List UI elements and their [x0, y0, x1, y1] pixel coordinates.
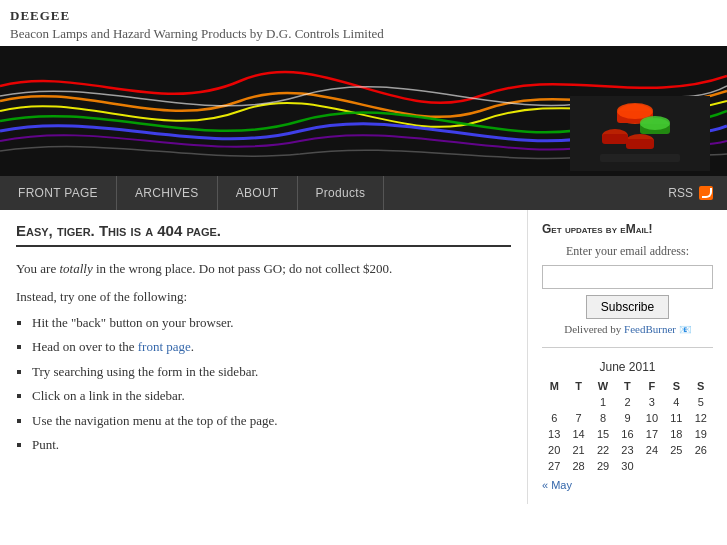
intro-italic: totally	[59, 261, 92, 276]
calendar-day: 10	[640, 410, 664, 426]
cal-header: S	[664, 378, 688, 394]
calendar-week-row: 27282930	[542, 458, 713, 474]
calendar-week-row: 13141516171819	[542, 426, 713, 442]
svg-rect-9	[626, 139, 654, 149]
calendar-day: 24	[640, 442, 664, 458]
svg-rect-13	[620, 162, 660, 167]
calendar-day: 8	[591, 410, 615, 426]
calendar-day: 27	[542, 458, 566, 474]
nav-about[interactable]: ABOUT	[218, 176, 298, 210]
calendar-day: 18	[664, 426, 688, 442]
list-item: Try searching using the form in the side…	[32, 362, 511, 382]
nav-front-page[interactable]: FRONT PAGE	[0, 176, 117, 210]
svg-point-4	[617, 103, 653, 119]
calendar-day: 19	[689, 426, 713, 442]
calendar-day: 22	[591, 442, 615, 458]
prev-month-link[interactable]: « May	[542, 479, 572, 491]
calendar-day: 3	[640, 394, 664, 410]
calendar-day: 14	[566, 426, 590, 442]
calendar-week-row: 12345	[542, 394, 713, 410]
suggestion-list: Hit the "back" button on your browser. H…	[32, 313, 511, 455]
front-page-link[interactable]: front page	[138, 339, 191, 354]
cal-header: T	[566, 378, 590, 394]
calendar-day	[689, 458, 713, 474]
nav-products[interactable]: Products	[298, 176, 385, 210]
list-item: Click on a link in the sidebar.	[32, 386, 511, 406]
nav-rss[interactable]: RSS	[654, 176, 727, 210]
page-title: Easy, tiger. This is a 404 page.	[16, 222, 511, 247]
calendar-day	[664, 458, 688, 474]
cal-header: S	[689, 378, 713, 394]
list-item: Punt.	[32, 435, 511, 455]
calendar-day: 6	[542, 410, 566, 426]
calendar-body: 1234567891011121314151617181920212223242…	[542, 394, 713, 474]
banner	[0, 46, 727, 176]
site-tagline: Beacon Lamps and Hazard Warning Products…	[10, 26, 717, 42]
calendar-table: M T W T F S S 12345678910111213141516171…	[542, 378, 713, 474]
list-item: Hit the "back" button on your browser.	[32, 313, 511, 333]
main-nav: FRONT PAGE ARCHIVES ABOUT Products RSS	[0, 176, 727, 210]
calendar-day: 28	[566, 458, 590, 474]
calendar-title: June 2011	[542, 360, 713, 374]
header: DEEGEE Beacon Lamps and Hazard Warning P…	[0, 0, 727, 46]
email-input[interactable]	[542, 265, 713, 289]
calendar-day: 25	[664, 442, 688, 458]
feedburner-icon: 📧	[679, 324, 691, 335]
intro-paragraph: You are totally in the wrong place. Do n…	[16, 259, 511, 279]
subscribe-button[interactable]: Subscribe	[586, 295, 669, 319]
content-area: Easy, tiger. This is a 404 page. You are…	[0, 210, 527, 504]
subtext: Instead, try one of the following:	[16, 289, 511, 305]
calendar-day	[566, 394, 590, 410]
calendar-day	[542, 394, 566, 410]
calendar-week-row: 6789101112	[542, 410, 713, 426]
calendar-day: 12	[689, 410, 713, 426]
cal-header: M	[542, 378, 566, 394]
calendar-day: 17	[640, 426, 664, 442]
calendar: June 2011 M T W T F S S 1234567891011121…	[542, 360, 713, 492]
calendar-header-row: M T W T F S S	[542, 378, 713, 394]
sidebar-divider	[542, 347, 713, 348]
calendar-day: 15	[591, 426, 615, 442]
list-item: Head on over to the front page.	[32, 337, 511, 357]
calendar-day: 16	[615, 426, 639, 442]
feedburner-link[interactable]: FeedBurner 📧	[624, 323, 691, 335]
nav-archives[interactable]: ARCHIVES	[117, 176, 218, 210]
calendar-day: 11	[664, 410, 688, 426]
calendar-day	[640, 458, 664, 474]
sidebar: Get updates by eMail! Enter your email a…	[527, 210, 727, 504]
calendar-day: 26	[689, 442, 713, 458]
calendar-day: 9	[615, 410, 639, 426]
feedburner-text: Delivered by FeedBurner 📧	[542, 323, 713, 335]
calendar-day: 21	[566, 442, 590, 458]
calendar-day: 30	[615, 458, 639, 474]
cal-header: T	[615, 378, 639, 394]
calendar-day: 20	[542, 442, 566, 458]
calendar-day: 13	[542, 426, 566, 442]
list-item: Use the navigation menu at the top of th…	[32, 411, 511, 431]
main-content: Easy, tiger. This is a 404 page. You are…	[0, 210, 727, 504]
calendar-day: 23	[615, 442, 639, 458]
svg-point-7	[640, 116, 670, 130]
email-label: Enter your email address:	[542, 244, 713, 259]
calendar-day: 4	[664, 394, 688, 410]
email-section-title: Get updates by eMail!	[542, 222, 713, 236]
calendar-day: 7	[566, 410, 590, 426]
svg-rect-11	[602, 134, 628, 144]
calendar-day: 2	[615, 394, 639, 410]
calendar-nav: « May	[542, 478, 713, 492]
cal-header: F	[640, 378, 664, 394]
rss-icon	[699, 186, 713, 200]
calendar-day: 29	[591, 458, 615, 474]
calendar-week-row: 20212223242526	[542, 442, 713, 458]
calendar-day: 5	[689, 394, 713, 410]
rss-label: RSS	[668, 186, 693, 200]
calendar-day: 1	[591, 394, 615, 410]
cal-header: W	[591, 378, 615, 394]
site-title: DEEGEE	[10, 8, 717, 24]
svg-rect-12	[600, 154, 680, 162]
